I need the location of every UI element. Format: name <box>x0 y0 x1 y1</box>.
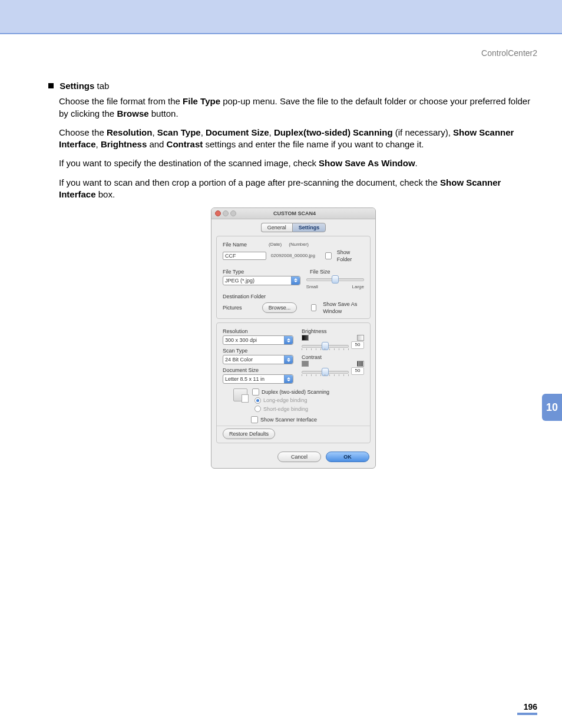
show-folder-label: Show Folder <box>337 249 364 263</box>
page-number-accent <box>517 713 537 715</box>
file-size-label: File Size <box>310 268 364 275</box>
file-name-sample: 02092008_00000.jpg <box>270 253 322 259</box>
dropdown-arrows-icon <box>284 336 293 344</box>
scan-type-label: Scan Type <box>223 347 293 354</box>
page-number: 196 <box>524 702 537 711</box>
date-label: (Date) <box>269 242 282 248</box>
bullet-square-icon <box>48 83 54 88</box>
upper-panel: File Name (Date) (Number) CCF 02092008_0… <box>216 236 371 319</box>
minimize-icon[interactable] <box>223 210 229 216</box>
dropdown-arrows-icon <box>284 355 293 364</box>
show-folder-checkbox[interactable] <box>325 252 332 259</box>
restore-defaults-button[interactable]: Restore Defaults <box>223 429 275 439</box>
destination-folder-value: Pictures <box>223 304 257 311</box>
paragraph-3: If you want to specify the destination o… <box>59 157 537 169</box>
contrast-high-icon <box>357 361 364 367</box>
body-content: Settings tab Choose the file format from… <box>0 58 562 469</box>
duplex-scan-icon <box>233 388 247 401</box>
dropdown-arrows-icon <box>291 276 300 285</box>
dialog-footer: Cancel OK <box>211 448 375 468</box>
close-icon[interactable] <box>215 210 221 216</box>
show-scanner-interface-checkbox[interactable] <box>251 416 258 423</box>
zoom-icon[interactable] <box>230 210 236 216</box>
contrast-slider[interactable] <box>302 368 349 374</box>
top-band <box>0 0 562 33</box>
paragraph-1: Choose the file format from the File Typ… <box>59 95 537 120</box>
running-header: ControlCenter2 <box>0 34 562 58</box>
browse-button[interactable]: Browse... <box>262 302 297 313</box>
brightness-label: Brightness <box>302 328 364 335</box>
duplex-label: Duplex (two-sided) Scanning <box>262 388 329 396</box>
paragraph-2: Choose the Resolution, Scan Type, Docume… <box>59 127 537 151</box>
brightness-value[interactable]: 50 <box>351 341 364 349</box>
resolution-select[interactable]: 300 x 300 dpi <box>223 335 293 345</box>
dialog-title: CUSTOM SCAN4 <box>236 210 353 217</box>
dialog-titlebar: CUSTOM SCAN4 <box>211 208 375 219</box>
brightness-dark-icon <box>302 335 309 341</box>
show-save-as-checkbox[interactable] <box>311 304 317 311</box>
lower-panel: Resolution 300 x 300 dpi Scan Type 24 Bi… <box>216 322 371 443</box>
show-save-as-label: Show Save As Window <box>323 301 364 315</box>
brightness-slider[interactable] <box>302 342 349 348</box>
scan-type-select[interactable]: 24 Bit Color <box>223 355 293 364</box>
section-heading: Settings tab <box>48 80 537 92</box>
file-size-slider[interactable] <box>306 276 364 282</box>
contrast-label: Contrast <box>302 354 364 361</box>
long-edge-radio[interactable] <box>254 397 261 404</box>
long-edge-label: Long-edge binding <box>263 397 308 404</box>
document-size-select[interactable]: Letter 8.5 x 11 in <box>223 374 293 384</box>
paragraph-4: If you want to scan and then crop a port… <box>59 177 537 201</box>
file-size-small-label: Small <box>306 284 318 291</box>
tab-general[interactable]: General <box>261 223 292 232</box>
dropdown-arrows-icon <box>284 375 293 383</box>
destination-folder-label: Destination Folder <box>223 293 364 300</box>
contrast-low-icon <box>302 361 309 367</box>
short-edge-radio[interactable] <box>254 406 261 412</box>
brightness-light-icon <box>357 335 364 341</box>
chapter-side-tab: 10 <box>542 394 562 421</box>
cancel-button[interactable]: Cancel <box>277 452 321 462</box>
resolution-label: Resolution <box>223 328 293 335</box>
panel-divider <box>217 426 370 426</box>
file-size-large-label: Large <box>352 284 364 291</box>
number-label: (Number) <box>289 242 309 248</box>
duplex-checkbox[interactable] <box>252 388 259 396</box>
custom-scan-dialog: CUSTOM SCAN4 General Settings File Name … <box>211 207 376 469</box>
tab-bar: General Settings <box>211 219 375 233</box>
tab-settings[interactable]: Settings <box>292 223 326 232</box>
ok-button[interactable]: OK <box>326 452 369 462</box>
file-type-select[interactable]: JPEG (*.jpg) <box>223 276 300 285</box>
file-name-label: File Name <box>223 241 269 248</box>
show-scanner-interface-label: Show Scanner Interface <box>260 416 317 423</box>
contrast-value[interactable]: 50 <box>351 367 364 375</box>
short-edge-label: Short-edge binding <box>263 406 308 413</box>
file-name-input[interactable]: CCF <box>223 252 266 260</box>
file-type-label: File Type <box>223 268 244 275</box>
document-size-label: Document Size <box>223 367 293 374</box>
